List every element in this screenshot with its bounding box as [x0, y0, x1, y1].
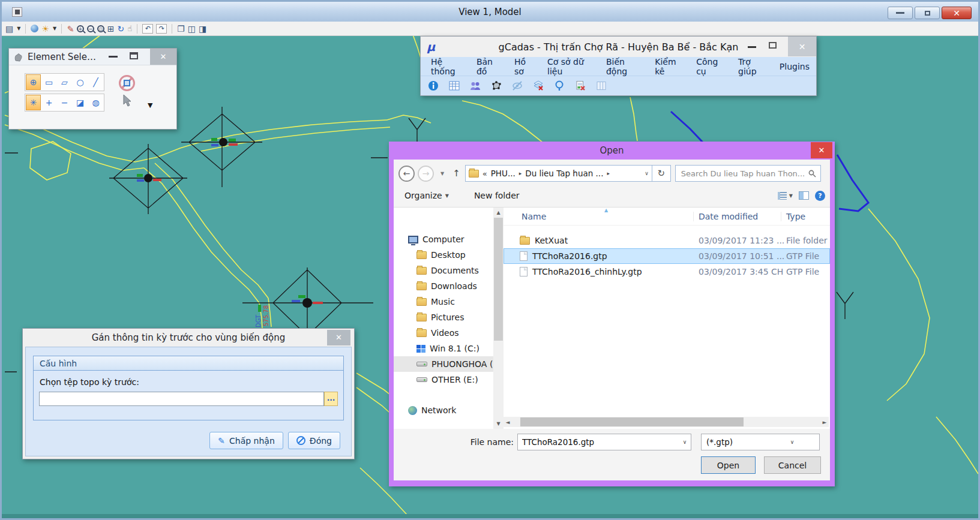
- gcadas-titlebar[interactable]: μ gCadas - Thị trấn Chợ Rã - Huyện Ba Bể…: [421, 37, 816, 57]
- close-button[interactable]: ✕: [942, 7, 972, 19]
- sidebar-scrollbar[interactable]: ▲ ▼: [493, 208, 504, 429]
- view-previous-icon[interactable]: ↶: [142, 24, 153, 34]
- block-select-icon[interactable]: ▭: [41, 74, 56, 90]
- element-selection-titlebar[interactable]: Element Sele… ✕: [9, 49, 176, 65]
- sidebar-item-phuonghoa-d[interactable]: PHUONGHOA (D:): [394, 356, 493, 372]
- search-box[interactable]: [675, 165, 821, 182]
- shape-select-icon[interactable]: ▱: [57, 74, 72, 90]
- sidebar-item-computer[interactable]: Computer: [394, 232, 493, 247]
- display-style-icon[interactable]: [31, 25, 38, 32]
- search-input[interactable]: [680, 169, 808, 179]
- scroll-down-icon[interactable]: ▼: [493, 419, 504, 429]
- change-view-button[interactable]: ▼: [778, 192, 793, 200]
- close-icon[interactable]: ✕: [811, 142, 832, 158]
- pointer-cursor-icon[interactable]: [122, 94, 133, 107]
- menu-cong-cu[interactable]: Công cụ: [690, 57, 732, 76]
- view-attributes-icon[interactable]: ▤: [5, 25, 13, 33]
- zoom-out-icon[interactable]: −: [87, 25, 94, 32]
- add-selection-icon[interactable]: +: [41, 95, 56, 110]
- close-dialog-button[interactable]: Đóng: [288, 432, 340, 449]
- topo-file-input[interactable]: [39, 392, 324, 406]
- polygon-vertices-icon[interactable]: [491, 80, 502, 91]
- sidebar-item-music[interactable]: Music: [394, 294, 493, 309]
- sidebar-item-documents[interactable]: Documents: [394, 263, 493, 278]
- file-row-ketxuat[interactable]: KetXuat 03/09/2017 11:23 ... File folder: [504, 233, 830, 248]
- users-icon[interactable]: [470, 80, 481, 91]
- file-name-input[interactable]: [518, 437, 679, 447]
- sidebar-item-network[interactable]: Network: [394, 402, 493, 418]
- file-type-combo[interactable]: (*.gtp) ∨: [701, 434, 820, 450]
- horizontal-scrollbar[interactable]: ◄ ►: [504, 417, 829, 427]
- view-layout-icon[interactable]: ◫: [188, 25, 196, 33]
- fit-view-icon[interactable]: ⊞: [107, 25, 115, 33]
- hide-eye-icon[interactable]: [512, 80, 523, 91]
- minimize-icon[interactable]: [109, 56, 118, 58]
- circle-select-icon[interactable]: ○: [73, 74, 88, 90]
- column-header-type[interactable]: Type: [781, 212, 830, 221]
- back-button[interactable]: ←: [398, 166, 415, 182]
- sidebar-item-desktop[interactable]: Desktop: [394, 247, 493, 263]
- open-button[interactable]: Open: [701, 456, 756, 474]
- copy-view-icon[interactable]: ❐: [177, 25, 185, 33]
- assign-dialog-titlebar[interactable]: Gán thông tin kỳ trước cho vùng biến độn…: [23, 329, 354, 347]
- rotate-view-icon[interactable]: ↻: [118, 25, 125, 33]
- minimize-button[interactable]: [888, 7, 913, 19]
- breadcrumb-crumb-2[interactable]: Du lieu Tap huan ...: [525, 169, 603, 178]
- accept-button[interactable]: ✎ Chấp nhận: [209, 432, 283, 449]
- sidebar-item-pictures[interactable]: Pictures: [394, 309, 493, 325]
- new-folder-button[interactable]: New folder: [474, 191, 520, 200]
- menu-bien-dong[interactable]: Biến động: [600, 57, 648, 76]
- open-dialog-titlebar[interactable]: Open: [389, 142, 835, 160]
- view-window-titlebar[interactable]: View 1, Model ✕: [2, 2, 978, 22]
- close-icon[interactable]: ✕: [788, 37, 816, 56]
- scrollbar-thumb[interactable]: [494, 218, 503, 341]
- line-select-icon[interactable]: ╱: [88, 74, 103, 90]
- zoom-in-icon[interactable]: +: [77, 25, 84, 32]
- menu-plugins[interactable]: Plugins: [773, 62, 816, 71]
- file-name-combo[interactable]: ∨: [517, 434, 691, 450]
- breadcrumb-overflow[interactable]: «: [482, 169, 487, 178]
- maximize-icon[interactable]: [130, 52, 138, 59]
- document-delete-icon[interactable]: [575, 80, 586, 91]
- scroll-left-icon[interactable]: ◄: [504, 417, 512, 427]
- scrollbar-thumb[interactable]: [520, 417, 744, 426]
- column-header-name[interactable]: Name: [504, 212, 693, 221]
- preview-pane-icon[interactable]: [799, 191, 809, 200]
- clear-selection-icon[interactable]: [119, 75, 135, 91]
- organize-button[interactable]: Organize ▼: [404, 191, 449, 200]
- window-area-icon[interactable]: ▫: [97, 25, 104, 32]
- file-row-ttchora2016[interactable]: TTChoRa2016.gtp 03/09/2017 10:51 ... GTP…: [504, 248, 830, 264]
- columns-icon[interactable]: [596, 80, 607, 91]
- sidebar-item-videos[interactable]: Videos: [394, 325, 493, 341]
- up-one-level-icon[interactable]: ↑: [452, 168, 460, 179]
- browse-button[interactable]: ...: [324, 392, 338, 406]
- recent-locations-icon[interactable]: ▼: [440, 171, 444, 176]
- chevron-down-icon[interactable]: ∨: [679, 439, 691, 445]
- maximize-button[interactable]: [915, 7, 940, 19]
- chevron-down-icon[interactable]: ∨: [760, 439, 819, 445]
- subtract-selection-icon[interactable]: −: [57, 95, 72, 110]
- info-icon[interactable]: [428, 80, 439, 91]
- breadcrumb[interactable]: « PHU... ▸ Du lieu Tap huan ... ▸ ∨: [465, 165, 652, 182]
- refresh-icon[interactable]: ↻: [652, 165, 671, 182]
- menu-kiem-ke[interactable]: Kiểm kê: [648, 57, 690, 76]
- brightness-dropdown-icon[interactable]: ▼: [53, 26, 56, 31]
- layers-delete-icon[interactable]: [533, 80, 544, 91]
- scroll-right-icon[interactable]: ►: [820, 417, 829, 427]
- address-dropdown-icon[interactable]: ∨: [645, 170, 649, 176]
- menu-tro-giup[interactable]: Trợ giúp: [732, 57, 773, 76]
- individual-select-icon[interactable]: ⊕: [26, 74, 41, 90]
- update-view-icon[interactable]: ✐: [66, 25, 74, 32]
- menu-he-thong[interactable]: Hệ thống: [424, 57, 470, 76]
- brightness-icon[interactable]: ☀: [41, 25, 49, 33]
- select-all-icon[interactable]: ◍: [88, 95, 103, 110]
- view-attributes-dropdown-icon[interactable]: ▼: [17, 26, 20, 31]
- menu-ban-do[interactable]: Bản đồ: [470, 57, 508, 76]
- forward-button[interactable]: →: [418, 166, 434, 182]
- chevron-right-icon[interactable]: ▸: [519, 170, 522, 176]
- close-icon[interactable]: ✕: [150, 49, 176, 65]
- location-pin-icon[interactable]: [554, 80, 565, 91]
- maximize-icon[interactable]: [769, 42, 777, 49]
- help-icon[interactable]: ?: [815, 191, 825, 201]
- menu-ho-so[interactable]: Hồ sơ: [508, 57, 541, 76]
